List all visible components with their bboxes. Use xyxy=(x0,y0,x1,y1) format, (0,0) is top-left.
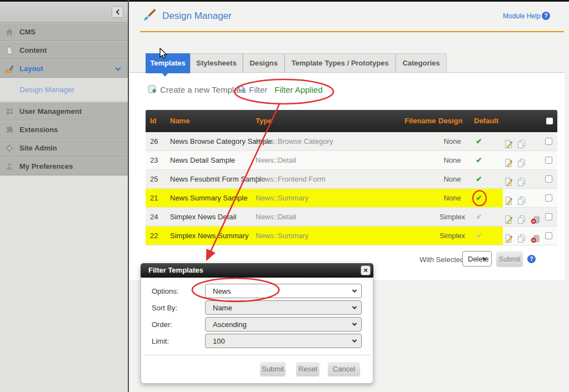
filter-link[interactable]: Filter xyxy=(249,85,267,94)
row-checkbox[interactable] xyxy=(545,213,552,220)
sidebar-item-design-manager[interactable]: Design Manager xyxy=(0,78,128,102)
select-all-checkbox[interactable] xyxy=(546,118,553,124)
row-checkbox[interactable] xyxy=(545,232,552,239)
sidebar-menu: CMS Content Layout Design Manager xyxy=(0,23,128,175)
sort-by-value: Name xyxy=(213,304,232,312)
sidebar-item-content[interactable]: Content xyxy=(0,41,128,59)
tab-label: Categories xyxy=(402,59,440,67)
copy-icon[interactable] xyxy=(517,232,526,241)
copy-icon[interactable] xyxy=(517,175,526,184)
tab-templates[interactable]: Templates xyxy=(146,53,190,73)
sidebar-item-label: CMS xyxy=(19,23,36,41)
cell-design: None xyxy=(433,170,472,189)
tab-label: Stylesheets xyxy=(196,59,236,67)
cell-name: News Fesubmit Form Sample xyxy=(170,170,265,189)
sidebar-item-my-preferences[interactable]: My Preferences xyxy=(0,157,128,175)
cell-type: News::Summary xyxy=(256,189,308,208)
tab-template-types[interactable]: Template Types / Prototypes xyxy=(284,53,396,73)
cell-design: None xyxy=(433,132,472,151)
tab-categories[interactable]: Categories xyxy=(396,53,447,73)
table-row: 23 News Detail Sample News::Detail None … xyxy=(146,151,557,170)
with-selected-submit-button[interactable]: Submit xyxy=(496,252,523,267)
table-header: Id Name Type Filename Design Default xyxy=(146,110,557,132)
sidebar-toolbar xyxy=(0,2,128,23)
row-checkbox[interactable] xyxy=(545,138,552,145)
tab-designs[interactable]: Designs xyxy=(243,53,284,73)
edit-icon[interactable] xyxy=(504,137,513,147)
cell-name: Simplex News Detail xyxy=(170,208,236,227)
dialog-titlebar[interactable]: Filter Templates × xyxy=(141,263,373,278)
sidebar-item-layout[interactable]: Layout xyxy=(0,59,128,78)
edit-icon[interactable] xyxy=(504,194,513,203)
edit-icon[interactable] xyxy=(504,232,513,241)
table-row: 24 Simplex News Detail News::Detail Simp… xyxy=(146,208,557,227)
copy-icon[interactable] xyxy=(517,194,526,203)
help-icon[interactable]: ? xyxy=(527,255,536,263)
chevron-left-icon xyxy=(116,9,122,15)
sidebar-item-label: My Preferences xyxy=(19,158,73,175)
sidebar-item-site-admin[interactable]: Site Admin xyxy=(0,139,128,157)
table-row-highlighted: 21 News Summary Sample News::Summary Non… xyxy=(146,189,557,208)
order-select[interactable]: Ascending xyxy=(205,317,362,331)
column-header-design[interactable]: Design xyxy=(438,110,462,132)
options-select[interactable]: News xyxy=(205,284,362,298)
module-help-link[interactable]: Module Help xyxy=(503,12,540,20)
dialog-submit-button[interactable]: Submit xyxy=(260,362,286,376)
page-title: Design Manager xyxy=(162,11,232,22)
column-header-filename[interactable]: Filename xyxy=(405,110,436,132)
edit-icon[interactable] xyxy=(504,213,513,222)
tab-stylesheets[interactable]: Stylesheets xyxy=(190,53,243,73)
cell-id: 21 xyxy=(150,189,158,208)
edit-icon[interactable] xyxy=(504,156,513,165)
sidebar-item-label: User Management xyxy=(19,103,82,120)
delete-icon[interactable] xyxy=(531,232,540,241)
cell-type: News::Detail xyxy=(256,208,296,227)
default-check-icon: ✔ xyxy=(471,132,487,151)
column-header-default[interactable]: Default xyxy=(474,110,498,132)
cell-design: None xyxy=(433,189,472,208)
edit-icon[interactable] xyxy=(504,175,513,184)
paintbrush-icon xyxy=(142,8,157,22)
copy-icon[interactable] xyxy=(517,156,526,165)
users-icon xyxy=(5,107,14,116)
cell-design: None xyxy=(433,151,472,170)
with-selected-action-select[interactable]: Delete xyxy=(462,251,492,267)
sidebar-collapse-button[interactable] xyxy=(112,6,123,18)
cell-design: Simplex xyxy=(433,227,472,245)
dialog-cancel-button[interactable]: Cancel xyxy=(328,362,360,376)
delete-icon[interactable] xyxy=(531,213,540,222)
default-check-icon: ✔ xyxy=(471,227,487,245)
sidebar-item-cms[interactable]: CMS xyxy=(0,23,128,41)
dialog-divider xyxy=(144,355,371,355)
cell-id: 24 xyxy=(150,208,158,227)
dialog-reset-button[interactable]: Reset xyxy=(296,362,320,376)
home-icon xyxy=(5,28,14,37)
copy-icon[interactable] xyxy=(517,213,526,222)
row-checkbox[interactable] xyxy=(545,175,552,183)
active-tab-pointer xyxy=(162,73,168,77)
sort-by-select[interactable]: Name xyxy=(205,300,362,315)
column-header-name[interactable]: Name xyxy=(170,110,189,132)
document-icon xyxy=(5,46,14,55)
table-row: 26 News Browse Category Sample News::Bro… xyxy=(146,132,557,151)
cell-id: 23 xyxy=(150,151,158,170)
new-template-icon xyxy=(148,84,157,94)
copy-icon[interactable] xyxy=(517,137,526,147)
row-checkbox[interactable] xyxy=(545,194,552,202)
close-icon[interactable]: × xyxy=(361,265,371,275)
column-header-id[interactable]: Id xyxy=(150,110,157,132)
sidebar-item-label: Content xyxy=(19,42,47,59)
column-header-type[interactable]: Type xyxy=(256,110,272,132)
cell-name: News Summary Sample xyxy=(170,189,247,208)
sidebar-item-user-management[interactable]: User Management xyxy=(0,102,128,120)
gear-icon xyxy=(5,144,14,153)
design-manager-page: CMS Content Layout Design Manager xyxy=(0,0,569,392)
create-template-link[interactable]: Create a new Template xyxy=(160,85,246,94)
default-check-icon-annotated: ✔ xyxy=(471,189,487,208)
help-icon[interactable]: ? xyxy=(542,12,550,20)
cell-type: News::Summary xyxy=(256,227,308,245)
tab-label: Templates xyxy=(150,59,185,67)
row-checkbox[interactable] xyxy=(545,157,552,164)
sidebar-item-extensions[interactable]: Extensions xyxy=(0,120,128,139)
limit-select[interactable]: 100 xyxy=(205,334,362,348)
